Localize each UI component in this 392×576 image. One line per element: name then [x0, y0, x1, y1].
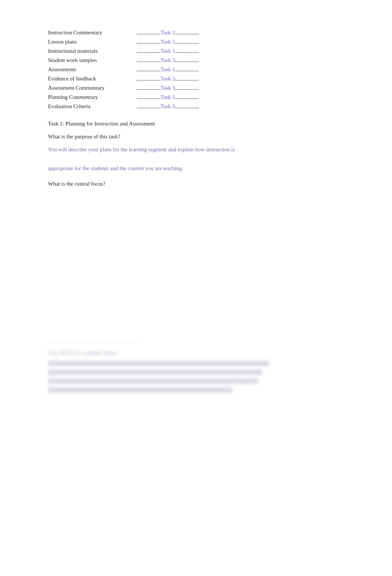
underline-right — [175, 52, 199, 53]
task-link[interactable]: Task 2 — [161, 30, 175, 36]
row-label: Planning Commentary — [48, 94, 137, 100]
blurred-line-3 — [48, 379, 258, 384]
table-row: Evaluation CriteriaTask 3 — [48, 103, 344, 110]
task-container: Task 3 — [137, 57, 199, 63]
underline-right — [175, 62, 199, 62]
task-link[interactable]: Task 3 — [161, 76, 175, 82]
underline-right — [175, 34, 199, 34]
table-row: Lesson plansTask 1 — [48, 39, 344, 45]
underline-left — [137, 89, 161, 90]
content-section: Task 1: Planning for Instruction and Ass… — [48, 121, 344, 187]
table-row: Planning CommentaryTask 1 — [48, 94, 344, 100]
table-row: Instructional materialsTask 1 — [48, 48, 344, 54]
task-link[interactable]: Task 3 — [161, 103, 175, 110]
table-row: AssessmentsTask 1 — [48, 66, 344, 73]
row-label: Evidence of feedback — [48, 76, 137, 82]
underline-left — [137, 43, 161, 44]
question-2: What is the central focus? — [48, 181, 344, 187]
blurred-heading: Why MUST to complete tasks? — [48, 350, 118, 356]
table-row: Student work samplesTask 3 — [48, 57, 344, 63]
underline-left — [137, 99, 161, 99]
underline-right — [175, 99, 199, 99]
underline-left — [137, 62, 161, 62]
underline-right — [175, 89, 199, 90]
section-title: Task 1: Planning for Instruction and Ass… — [48, 121, 344, 127]
underline-right — [175, 43, 199, 44]
task-container: Task 1 — [137, 94, 199, 100]
task-container: Task 1 — [137, 66, 199, 73]
task-container: Task 1 — [137, 39, 199, 45]
task-link[interactable]: Task 1 — [161, 94, 175, 100]
underline-right — [175, 71, 199, 71]
row-label: Lesson plans — [48, 39, 137, 45]
row-label: Evaluation Criteria — [48, 103, 137, 110]
row-label: Instructional materials — [48, 48, 137, 54]
underline-left — [137, 34, 161, 34]
underline-left — [137, 108, 161, 108]
row-label: Student work samples — [48, 57, 137, 63]
underline-left — [137, 71, 161, 71]
blurred-line-1 — [48, 361, 269, 366]
task-container: Task 3 — [137, 85, 199, 91]
table-row: Instruction CommentaryTask 2 — [48, 30, 344, 36]
underline-left — [137, 52, 161, 53]
row-label: Instruction Commentary — [48, 30, 137, 36]
task-link[interactable]: Task 1 — [161, 48, 175, 54]
table-row: Evidence of feedbackTask 3 — [48, 76, 344, 82]
task-link[interactable]: Task 1 — [161, 39, 175, 45]
underline-left — [137, 80, 161, 80]
task-link[interactable]: Task 3 — [161, 85, 175, 91]
blurred-line-4 — [48, 387, 233, 393]
task-table: Instruction CommentaryTask 2Lesson plans… — [48, 30, 344, 110]
divider — [48, 342, 140, 342]
task-container: Task 3 — [137, 103, 199, 110]
task-container: Task 1 — [137, 48, 199, 54]
table-row: Assessment CommentaryTask 3 — [48, 85, 344, 91]
question-1: What is the purpose of this task? — [48, 134, 344, 140]
underline-right — [175, 80, 199, 80]
row-label: Assessments — [48, 66, 137, 73]
task-link[interactable]: Task 3 — [161, 57, 175, 63]
blurred-section: Why MUST to complete tasks? — [48, 342, 344, 393]
task-link[interactable]: Task 1 — [161, 66, 175, 73]
blurred-line-2 — [48, 370, 262, 375]
answer-1: You will describe your plans for the lea… — [48, 145, 344, 173]
task-container: Task 2 — [137, 30, 199, 36]
underline-right — [175, 108, 199, 108]
task-container: Task 3 — [137, 76, 199, 82]
row-label: Assessment Commentary — [48, 85, 137, 91]
